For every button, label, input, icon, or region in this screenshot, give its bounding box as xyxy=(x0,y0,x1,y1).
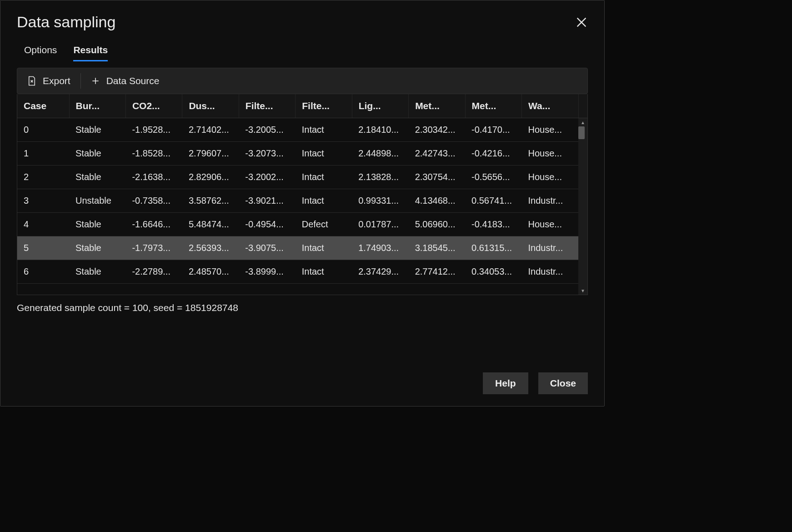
cell-filt2: Intact xyxy=(296,260,352,284)
cell-case: 6 xyxy=(17,260,69,284)
cell-wa: Industr... xyxy=(522,260,579,284)
vertical-scrollbar[interactable]: ▲ ▼ xyxy=(578,118,587,295)
table-header-row: Case Bur... CO2... Dus... Filte... Filte… xyxy=(17,94,587,118)
titlebar: Data sampling xyxy=(0,0,604,36)
cell-filt2: Defect xyxy=(296,213,352,236)
cell-met2: 0.34053... xyxy=(465,260,521,284)
export-icon xyxy=(27,76,36,86)
cell-case: 5 xyxy=(17,236,69,260)
cell-co2: -1.6646... xyxy=(125,213,182,236)
cell-case: 2 xyxy=(17,166,69,189)
cell-lig: 2.13828... xyxy=(352,166,408,189)
results-table-container: Case Bur... CO2... Dus... Filte... Filte… xyxy=(17,94,588,295)
results-toolbar: Export Data Source xyxy=(17,68,588,94)
tab-results[interactable]: Results xyxy=(73,45,108,61)
cell-met2: 0.61315... xyxy=(465,236,521,260)
cell-wa: House... xyxy=(522,142,579,166)
col-met2[interactable]: Met... xyxy=(465,94,521,118)
export-button[interactable]: Export xyxy=(17,68,80,94)
cell-lig: 2.37429... xyxy=(352,260,408,284)
table-row[interactable]: 2Stable-2.1638...2.82906...-3.2002...Int… xyxy=(17,166,587,189)
table-row[interactable]: 5Stable-1.7973...2.56393...-3.9075...Int… xyxy=(17,236,587,260)
help-button[interactable]: Help xyxy=(483,372,528,394)
cell-filt2: Intact xyxy=(296,189,352,213)
cell-filt1: -0.4954... xyxy=(239,213,295,236)
scroll-thumb[interactable] xyxy=(578,126,585,139)
cell-case: 3 xyxy=(17,189,69,213)
table-row[interactable]: 3Unstable-0.7358...3.58762...-3.9021...I… xyxy=(17,189,587,213)
cell-filt1: -3.9075... xyxy=(239,236,295,260)
cell-co2: -2.1638... xyxy=(125,166,182,189)
cell-filt2: Intact xyxy=(296,142,352,166)
cell-bur: Stable xyxy=(69,260,125,284)
cell-dus: 2.82906... xyxy=(182,166,239,189)
cell-met1: 2.77412... xyxy=(409,260,465,284)
cell-wa: Industr... xyxy=(522,189,579,213)
cell-dus: 2.79607... xyxy=(182,142,239,166)
cell-bur: Stable xyxy=(69,213,125,236)
cell-lig: 0.99331... xyxy=(352,189,408,213)
cell-bur: Unstable xyxy=(69,189,125,213)
data-source-button[interactable]: Data Source xyxy=(81,68,170,94)
col-met1[interactable]: Met... xyxy=(409,94,465,118)
export-label: Export xyxy=(43,75,70,86)
table-row[interactable]: 4Stable-1.6646...5.48474...-0.4954...Def… xyxy=(17,213,587,236)
tab-bar: Options Results xyxy=(0,36,604,61)
cell-filt1: -3.2002... xyxy=(239,166,295,189)
cell-met1: 3.18545... xyxy=(409,236,465,260)
cell-met2: -0.5656... xyxy=(465,166,521,189)
cell-filt2: Intact xyxy=(296,236,352,260)
cell-filt1: -3.2005... xyxy=(239,118,295,142)
cell-filt2: Intact xyxy=(296,166,352,189)
cell-bur: Stable xyxy=(69,166,125,189)
cell-filt1: -3.8999... xyxy=(239,260,295,284)
cell-bur: Stable xyxy=(69,142,125,166)
table-row[interactable]: 0Stable-1.9528...2.71402...-3.2005...Int… xyxy=(17,118,587,142)
cell-met1: 4.13468... xyxy=(409,189,465,213)
cell-met1: 2.30754... xyxy=(409,166,465,189)
results-table: Case Bur... CO2... Dus... Filte... Filte… xyxy=(17,94,587,284)
col-co2[interactable]: CO2... xyxy=(125,94,182,118)
close-icon[interactable] xyxy=(575,16,588,29)
cell-filt1: -3.9021... xyxy=(239,189,295,213)
col-lig[interactable]: Lig... xyxy=(352,94,408,118)
col-filt2[interactable]: Filte... xyxy=(296,94,352,118)
col-dus[interactable]: Dus... xyxy=(182,94,239,118)
plus-icon xyxy=(91,76,100,86)
close-button[interactable]: Close xyxy=(538,372,588,394)
scroll-down-arrow-icon[interactable]: ▼ xyxy=(578,286,587,295)
cell-filt1: -3.2073... xyxy=(239,142,295,166)
col-bur[interactable]: Bur... xyxy=(69,94,125,118)
cell-wa: House... xyxy=(522,118,579,142)
cell-co2: -1.9528... xyxy=(125,118,182,142)
col-filt1[interactable]: Filte... xyxy=(239,94,295,118)
cell-dus: 5.48474... xyxy=(182,213,239,236)
data-source-label: Data Source xyxy=(106,75,160,86)
cell-co2: -1.8528... xyxy=(125,142,182,166)
cell-met2: -0.4216... xyxy=(465,142,521,166)
cell-lig: 2.18410... xyxy=(352,118,408,142)
scroll-track[interactable] xyxy=(578,126,587,286)
col-case[interactable]: Case xyxy=(17,94,69,118)
cell-wa: House... xyxy=(522,166,579,189)
cell-met1: 2.42743... xyxy=(409,142,465,166)
cell-dus: 2.56393... xyxy=(182,236,239,260)
cell-dus: 2.71402... xyxy=(182,118,239,142)
col-wa[interactable]: Wa... xyxy=(522,94,579,118)
cell-bur: Stable xyxy=(69,236,125,260)
cell-dus: 3.58762... xyxy=(182,189,239,213)
cell-filt2: Intact xyxy=(296,118,352,142)
cell-wa: Industr... xyxy=(522,236,579,260)
dialog-title: Data sampling xyxy=(17,13,115,31)
cell-met1: 5.06960... xyxy=(409,213,465,236)
scroll-up-arrow-icon[interactable]: ▲ xyxy=(578,118,587,126)
cell-lig: 2.44898... xyxy=(352,142,408,166)
status-text: Generated sample count = 100, seed = 185… xyxy=(0,295,604,313)
tab-options[interactable]: Options xyxy=(24,45,57,61)
table-row[interactable]: 6Stable-2.2789...2.48570...-3.8999...Int… xyxy=(17,260,587,284)
table-row[interactable]: 1Stable-1.8528...2.79607...-3.2073...Int… xyxy=(17,142,587,166)
cell-bur: Stable xyxy=(69,118,125,142)
cell-met2: -0.4183... xyxy=(465,213,521,236)
cell-lig: 0.01787... xyxy=(352,213,408,236)
cell-co2: -1.7973... xyxy=(125,236,182,260)
